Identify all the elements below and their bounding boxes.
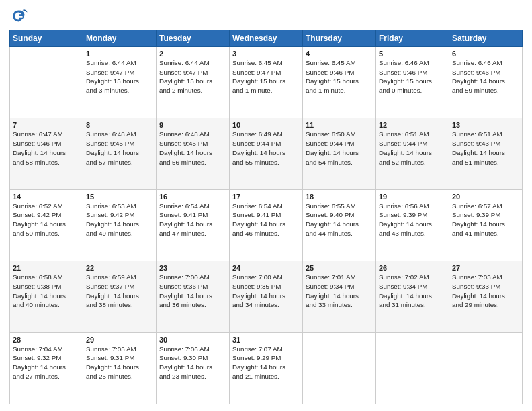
calendar-cell: 13Sunrise: 6:51 AM Sunset: 9:43 PM Dayli… (449, 118, 523, 189)
day-info: Sunrise: 6:50 AM Sunset: 9:44 PM Dayligh… (306, 130, 373, 167)
logo-icon (9, 7, 28, 26)
day-info: Sunrise: 7:02 AM Sunset: 9:34 PM Dayligh… (379, 273, 446, 310)
calendar-cell: 14Sunrise: 6:52 AM Sunset: 9:42 PM Dayli… (10, 189, 83, 261)
calendar-header-row: SundayMondayTuesdayWednesdayThursdayFrid… (10, 30, 523, 47)
weekday-header: Tuesday (157, 30, 230, 47)
calendar-cell: 18Sunrise: 6:55 AM Sunset: 9:40 PM Dayli… (303, 189, 376, 261)
day-info: Sunrise: 7:03 AM Sunset: 9:33 PM Dayligh… (452, 273, 519, 310)
weekday-header: Sunday (10, 30, 83, 47)
calendar-table: SundayMondayTuesdayWednesdayThursdayFrid… (9, 30, 523, 404)
day-number: 15 (86, 193, 153, 201)
day-info: Sunrise: 6:59 AM Sunset: 9:37 PM Dayligh… (86, 273, 153, 310)
day-number: 6 (452, 50, 519, 58)
calendar-cell: 10Sunrise: 6:49 AM Sunset: 9:44 PM Dayli… (230, 118, 303, 189)
calendar-cell: 25Sunrise: 7:01 AM Sunset: 9:34 PM Dayli… (303, 261, 376, 332)
day-info: Sunrise: 6:49 AM Sunset: 9:44 PM Dayligh… (232, 130, 300, 167)
day-info: Sunrise: 6:53 AM Sunset: 9:42 PM Dayligh… (86, 201, 153, 238)
calendar-cell: 11Sunrise: 6:50 AM Sunset: 9:44 PM Dayli… (303, 118, 376, 189)
day-info: Sunrise: 6:51 AM Sunset: 9:43 PM Dayligh… (452, 130, 519, 167)
day-number: 12 (379, 121, 446, 129)
calendar-cell: 29Sunrise: 7:05 AM Sunset: 9:31 PM Dayli… (83, 332, 157, 404)
calendar-cell: 9Sunrise: 6:48 AM Sunset: 9:45 PM Daylig… (157, 118, 230, 189)
calendar-cell: 12Sunrise: 6:51 AM Sunset: 9:44 PM Dayli… (376, 118, 449, 189)
day-number: 5 (379, 50, 446, 58)
calendar-cell: 5Sunrise: 6:46 AM Sunset: 9:46 PM Daylig… (376, 47, 449, 118)
day-info: Sunrise: 7:01 AM Sunset: 9:34 PM Dayligh… (306, 273, 373, 310)
day-number: 26 (379, 264, 446, 272)
calendar-cell: 24Sunrise: 7:00 AM Sunset: 9:35 PM Dayli… (230, 261, 303, 332)
day-info: Sunrise: 6:54 AM Sunset: 9:41 PM Dayligh… (232, 201, 300, 238)
calendar-cell: 19Sunrise: 6:56 AM Sunset: 9:39 PM Dayli… (376, 189, 449, 261)
calendar-cell: 2Sunrise: 6:44 AM Sunset: 9:47 PM Daylig… (157, 47, 230, 118)
day-number: 23 (159, 264, 226, 272)
day-info: Sunrise: 7:06 AM Sunset: 9:30 PM Dayligh… (159, 345, 226, 381)
day-info: Sunrise: 7:04 AM Sunset: 9:32 PM Dayligh… (13, 345, 80, 381)
day-info: Sunrise: 6:44 AM Sunset: 9:47 PM Dayligh… (86, 58, 153, 95)
day-info: Sunrise: 7:05 AM Sunset: 9:31 PM Dayligh… (86, 345, 153, 381)
day-info: Sunrise: 7:07 AM Sunset: 9:29 PM Dayligh… (232, 345, 300, 381)
day-number: 1 (86, 50, 153, 58)
calendar-week-row: 1Sunrise: 6:44 AM Sunset: 9:47 PM Daylig… (10, 47, 523, 118)
day-number: 20 (452, 193, 519, 201)
day-info: Sunrise: 6:56 AM Sunset: 9:39 PM Dayligh… (379, 201, 446, 238)
day-info: Sunrise: 6:45 AM Sunset: 9:47 PM Dayligh… (232, 58, 300, 95)
calendar-cell (449, 332, 523, 404)
day-info: Sunrise: 6:48 AM Sunset: 9:45 PM Dayligh… (159, 130, 226, 167)
day-number: 4 (306, 50, 373, 58)
day-number: 13 (452, 121, 519, 129)
day-number: 21 (13, 264, 80, 272)
calendar-cell: 6Sunrise: 6:46 AM Sunset: 9:46 PM Daylig… (449, 47, 523, 118)
day-number: 24 (232, 264, 300, 272)
day-info: Sunrise: 6:46 AM Sunset: 9:46 PM Dayligh… (379, 58, 446, 95)
day-info: Sunrise: 6:45 AM Sunset: 9:46 PM Dayligh… (306, 58, 373, 95)
calendar-cell (376, 332, 449, 404)
calendar-cell: 3Sunrise: 6:45 AM Sunset: 9:47 PM Daylig… (230, 47, 303, 118)
day-info: Sunrise: 6:51 AM Sunset: 9:44 PM Dayligh… (379, 130, 446, 167)
calendar-cell: 23Sunrise: 7:00 AM Sunset: 9:36 PM Dayli… (157, 261, 230, 332)
day-info: Sunrise: 6:57 AM Sunset: 9:39 PM Dayligh… (452, 201, 519, 238)
day-number: 16 (159, 193, 226, 201)
day-number: 11 (306, 121, 373, 129)
weekday-header: Thursday (303, 30, 376, 47)
calendar-cell: 20Sunrise: 6:57 AM Sunset: 9:39 PM Dayli… (449, 189, 523, 261)
day-number: 25 (306, 264, 373, 272)
day-number: 8 (86, 121, 153, 129)
header (9, 7, 523, 26)
calendar-cell: 31Sunrise: 7:07 AM Sunset: 9:29 PM Dayli… (230, 332, 303, 404)
calendar-cell: 21Sunrise: 6:58 AM Sunset: 9:38 PM Dayli… (10, 261, 83, 332)
day-info: Sunrise: 6:46 AM Sunset: 9:46 PM Dayligh… (452, 58, 519, 95)
weekday-header: Saturday (449, 30, 523, 47)
day-number: 31 (232, 336, 300, 344)
calendar-cell (10, 47, 83, 118)
calendar-cell: 4Sunrise: 6:45 AM Sunset: 9:46 PM Daylig… (303, 47, 376, 118)
day-number: 29 (86, 336, 153, 344)
calendar-week-row: 21Sunrise: 6:58 AM Sunset: 9:38 PM Dayli… (10, 261, 523, 332)
day-number: 28 (13, 336, 80, 344)
day-number: 19 (379, 193, 446, 201)
day-info: Sunrise: 6:58 AM Sunset: 9:38 PM Dayligh… (13, 273, 80, 310)
calendar-cell: 1Sunrise: 6:44 AM Sunset: 9:47 PM Daylig… (83, 47, 157, 118)
day-number: 3 (232, 50, 300, 58)
day-number: 22 (86, 264, 153, 272)
day-number: 10 (232, 121, 300, 129)
calendar-cell: 7Sunrise: 6:47 AM Sunset: 9:46 PM Daylig… (10, 118, 83, 189)
day-number: 9 (159, 121, 226, 129)
day-info: Sunrise: 6:48 AM Sunset: 9:45 PM Dayligh… (86, 130, 153, 167)
calendar-cell: 26Sunrise: 7:02 AM Sunset: 9:34 PM Dayli… (376, 261, 449, 332)
day-number: 2 (159, 50, 226, 58)
day-number: 27 (452, 264, 519, 272)
calendar-week-row: 14Sunrise: 6:52 AM Sunset: 9:42 PM Dayli… (10, 189, 523, 261)
calendar-cell: 8Sunrise: 6:48 AM Sunset: 9:45 PM Daylig… (83, 118, 157, 189)
calendar-cell: 30Sunrise: 7:06 AM Sunset: 9:30 PM Dayli… (157, 332, 230, 404)
calendar-cell: 27Sunrise: 7:03 AM Sunset: 9:33 PM Dayli… (449, 261, 523, 332)
weekday-header: Monday (83, 30, 157, 47)
day-number: 30 (159, 336, 226, 344)
calendar-cell: 28Sunrise: 7:04 AM Sunset: 9:32 PM Dayli… (10, 332, 83, 404)
day-info: Sunrise: 6:47 AM Sunset: 9:46 PM Dayligh… (13, 130, 80, 167)
day-info: Sunrise: 7:00 AM Sunset: 9:36 PM Dayligh… (159, 273, 226, 310)
day-number: 17 (232, 193, 300, 201)
calendar-cell: 15Sunrise: 6:53 AM Sunset: 9:42 PM Dayli… (83, 189, 157, 261)
day-info: Sunrise: 6:44 AM Sunset: 9:47 PM Dayligh… (159, 58, 226, 95)
logo (9, 7, 31, 26)
calendar-week-row: 28Sunrise: 7:04 AM Sunset: 9:32 PM Dayli… (10, 332, 523, 404)
